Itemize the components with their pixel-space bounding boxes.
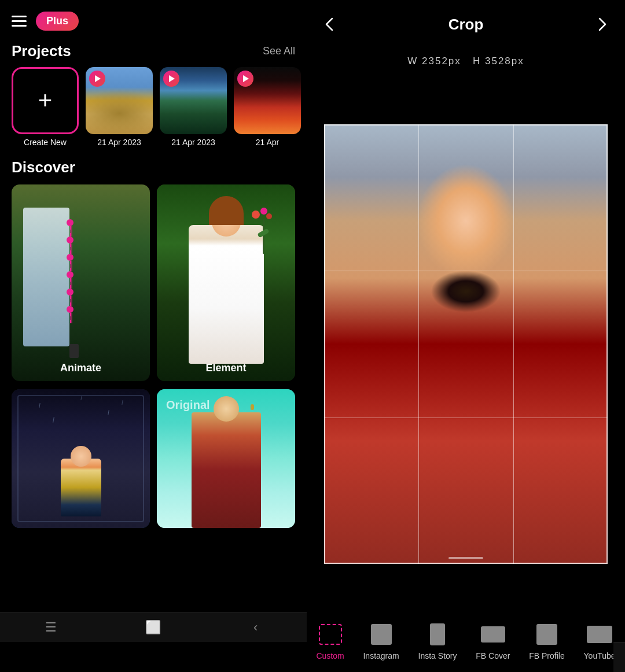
custom-label: Custom [316, 651, 344, 660]
crop-title: Crop [448, 16, 484, 34]
instagram-icon [367, 622, 395, 647]
discover-title: Discover [0, 158, 307, 184]
crop-option-instagram[interactable]: Instagram [358, 620, 403, 663]
crop-option-custom[interactable]: Custom [311, 620, 348, 663]
hamburger-nav-icon: ☰ [45, 620, 57, 635]
custom-icon [317, 622, 344, 647]
instagram-rect [371, 624, 392, 645]
fb-cover-icon [479, 622, 507, 647]
discover-row-2: Original [0, 389, 307, 528]
animate-label: Animate [12, 362, 150, 374]
square-nav-icon: ⬜ [145, 620, 161, 635]
project-item-1[interactable]: 21 Apr 2023 [86, 67, 153, 147]
project-date-2: 21 Apr 2023 [171, 138, 215, 147]
dot-3 [67, 254, 73, 261]
fb-profile-label: FB Profile [529, 651, 564, 660]
fb-profile-rect [536, 624, 557, 645]
back-button[interactable] [318, 13, 341, 36]
project-thumb-3[interactable] [234, 67, 301, 134]
insta-story-label: Insta Story [418, 651, 457, 660]
nav-back-left[interactable]: ‹ [238, 616, 273, 639]
youtube-rect [587, 626, 612, 643]
left-panel: Plus Projects See All + Create New 21 Ap… [0, 0, 307, 642]
menu-icon[interactable] [12, 16, 27, 27]
crop-option-fb-cover[interactable]: FB Cover [471, 620, 514, 663]
project-item-2[interactable]: 21 Apr 2023 [160, 67, 227, 147]
discover-card-rain[interactable] [12, 389, 150, 528]
person-silhouette-animate [69, 344, 79, 358]
fb-cover-rect [481, 626, 505, 643]
plus-icon: + [38, 87, 53, 115]
dot-1 [67, 219, 73, 226]
discover-card-element[interactable]: Element [157, 184, 295, 381]
photo-subject [324, 124, 608, 564]
scroll-indicator [448, 557, 483, 559]
element-label: Element [157, 362, 295, 374]
create-new-item[interactable]: + Create New [12, 67, 79, 147]
projects-section-header: Projects See All [0, 36, 307, 67]
project-thumb-1[interactable] [86, 67, 153, 134]
nav-square-left[interactable]: ⬜ [136, 616, 171, 639]
discover-card-original[interactable]: Original [157, 389, 295, 528]
back-arrow-icon [322, 16, 338, 32]
crop-header: Crop [307, 0, 625, 49]
project-date-3: 21 Apr [256, 138, 279, 147]
dot-6 [67, 306, 73, 313]
right-panel: Crop W 2352px H 3528px [307, 0, 625, 672]
waterfall-decoration [23, 208, 69, 346]
insta-story-rect [430, 623, 445, 645]
discover-card-animate[interactable]: Animate [12, 184, 150, 381]
bottom-nav-left: ☰ ⬜ ‹ [0, 612, 307, 642]
fb-cover-label: FB Cover [476, 651, 510, 660]
crop-width: W 2352px [407, 56, 461, 67]
crop-image-area[interactable] [307, 74, 625, 614]
create-new-button[interactable]: + [12, 67, 79, 134]
fb-profile-icon [533, 622, 561, 647]
project-item-3[interactable]: 21 Apr [234, 67, 301, 147]
crop-option-insta-story[interactable]: Insta Story [414, 620, 462, 663]
create-new-label: Create New [24, 138, 67, 147]
projects-row: + Create New 21 Apr 2023 21 Apr 2023 [0, 67, 307, 158]
project-thumb-2[interactable] [160, 67, 227, 134]
crop-image-container [324, 124, 608, 564]
play-icon-1 [89, 71, 105, 87]
plus-badge[interactable]: Plus [36, 12, 79, 31]
nav-menu-left[interactable]: ☰ [34, 616, 68, 639]
youtube-icon [586, 622, 613, 647]
crop-options-bar: Custom Instagram Insta Story FB Cover [307, 614, 625, 672]
insta-story-icon [424, 622, 451, 647]
youtube-label: YouTube [584, 651, 616, 660]
projects-title: Projects [12, 42, 71, 60]
animate-dots [67, 219, 73, 313]
forward-arrow-icon [594, 16, 610, 32]
original-label: Original [166, 398, 210, 412]
instagram-label: Instagram [363, 651, 399, 660]
crop-dimensions: W 2352px H 3528px [307, 49, 625, 74]
forward-button[interactable] [590, 13, 613, 36]
project-date-1: 21 Apr 2023 [97, 138, 141, 147]
crop-option-fb-profile[interactable]: FB Profile [524, 620, 569, 663]
bottom-nav-right: ☰ ⬜ ‹ [613, 642, 625, 672]
see-all-button[interactable]: See All [263, 45, 295, 57]
dot-5 [67, 289, 73, 296]
left-header: Plus [0, 0, 307, 36]
back-nav-icon: ‹ [253, 620, 258, 635]
custom-dashed-rect [319, 624, 342, 645]
play-icon-2 [163, 71, 179, 87]
dot-2 [67, 237, 73, 243]
play-icon-3 [237, 71, 253, 87]
crop-height: H 3528px [473, 56, 524, 67]
discover-grid: Animate [0, 184, 307, 389]
dot-4 [67, 271, 73, 278]
